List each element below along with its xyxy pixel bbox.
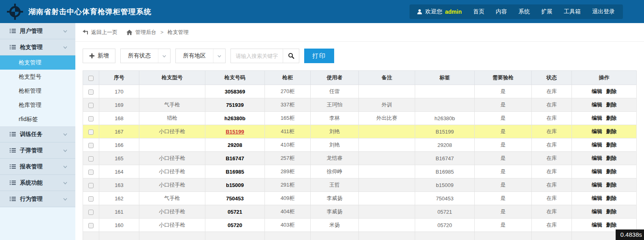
sidebar-group-label: 报表管理	[20, 163, 43, 170]
row-checkbox[interactable]	[88, 103, 94, 108]
search-input[interactable]	[231, 49, 283, 63]
select-all-checkbox[interactable]	[88, 76, 94, 81]
cell-model: 小口径手枪	[139, 165, 205, 178]
sidebar-item-cabinet[interactable]: 枪柜管理	[0, 84, 75, 98]
edit-link[interactable]: 编辑	[592, 128, 602, 134]
sidebar-item-gun-manage[interactable]: 枪支管理	[0, 55, 75, 70]
chevron-down-icon	[62, 45, 68, 50]
cell-no: 170	[99, 85, 139, 98]
sidebar-group-system[interactable]: 系统功能	[0, 175, 75, 191]
edit-link[interactable]: 编辑	[592, 168, 602, 174]
edit-link[interactable]: 编辑	[592, 222, 602, 228]
table-row: 161小口径手枪05721404柜李威扬05721是在库编辑 删除	[83, 205, 637, 219]
back-link[interactable]: 返回上一页	[83, 29, 117, 36]
cell-no: 169	[99, 98, 139, 112]
username[interactable]: admin	[445, 8, 462, 15]
cell-no: 167	[99, 125, 139, 138]
debug-time-badge: 0.4838s	[616, 229, 644, 240]
row-checkbox[interactable]	[88, 183, 94, 188]
row-checkbox[interactable]	[88, 143, 94, 148]
nav-item-content[interactable]: 内容	[490, 8, 513, 15]
chevron-down-icon	[62, 28, 68, 34]
edit-link[interactable]: 编辑	[592, 182, 602, 188]
table-row: 16629208410柜刘艳29208是在库编辑 删除	[83, 138, 637, 152]
nav-item-system[interactable]: 系统	[513, 8, 535, 15]
delete-link[interactable]: 删除	[606, 128, 616, 134]
return-arrow-icon	[83, 30, 88, 35]
edit-link[interactable]: 编辑	[592, 88, 602, 94]
cell-tag: 05720	[415, 219, 475, 232]
main-content: 返回上一页 管理后台 > 枪支管理 新增 所有状态	[75, 23, 644, 240]
edit-link[interactable]: 编辑	[592, 155, 602, 161]
delete-link[interactable]: 删除	[606, 182, 616, 188]
nav-item-toolbox[interactable]: 工具箱	[558, 8, 586, 15]
cell-remark	[359, 85, 415, 98]
col-需要验枪: 需要验枪	[475, 71, 532, 85]
table-row: 169气手枪751939337柜王珂怡外训是在库编辑 删除	[83, 98, 637, 112]
search-icon	[288, 53, 294, 59]
cell-status: 在库	[532, 219, 572, 232]
cell-ops: 编辑 删除	[572, 112, 637, 125]
sidebar-item-rfid[interactable]: rfid标签	[0, 112, 75, 126]
row-checkbox[interactable]	[88, 170, 94, 175]
delete-link[interactable]: 删除	[606, 102, 616, 108]
edit-link[interactable]: 编辑	[592, 142, 602, 148]
breadcrumb-current: 枪支管理	[168, 29, 189, 36]
cell-model	[139, 138, 205, 152]
delete-link[interactable]: 删除	[606, 88, 616, 94]
table-row: 163小口径手枪b15009291柜王哲b15009是在库编辑 删除	[83, 178, 637, 192]
cell-tag: B16985	[415, 165, 475, 178]
delete-link[interactable]: 删除	[606, 168, 616, 174]
edit-link[interactable]: 编辑	[592, 102, 602, 108]
nav-item-home[interactable]: 首页	[467, 8, 490, 15]
status-filter-dropdown[interactable]: 所有状态	[120, 49, 171, 63]
cell-status: 在库	[532, 138, 572, 152]
row-checkbox[interactable]	[88, 223, 94, 228]
sidebar-group-ammo[interactable]: 子弹管理	[0, 142, 75, 159]
print-button[interactable]: 打印	[304, 49, 334, 63]
row-checkbox[interactable]	[88, 116, 94, 121]
edit-link[interactable]: 编辑	[592, 208, 602, 215]
cell-status: 在库	[532, 205, 572, 219]
sidebar-group-report[interactable]: 报表管理	[0, 159, 75, 175]
breadcrumb-root[interactable]: 管理后台	[126, 29, 156, 36]
delete-link[interactable]: 删除	[606, 115, 616, 121]
row-checkbox[interactable]	[88, 89, 94, 95]
sidebar-group-training[interactable]: 训练任务	[0, 126, 75, 142]
delete-link[interactable]: 删除	[606, 222, 616, 228]
row-checkbox[interactable]	[88, 156, 94, 161]
cell-status: 在库	[532, 152, 572, 165]
nav-item-logout[interactable]: 退出登录	[586, 8, 616, 15]
cell-verify: 是	[475, 192, 532, 205]
sidebar-item-gun-model[interactable]: 枪支型号	[0, 70, 75, 84]
table-row: 160小口径手枪05720403柜米扬05720是在库编辑 删除	[83, 219, 637, 232]
sidebar-group-guns[interactable]: 枪支管理	[0, 39, 75, 55]
search-button[interactable]	[283, 49, 299, 63]
nav-item-extend[interactable]: 扩展	[535, 8, 558, 15]
cell-remark	[359, 165, 415, 178]
sidebar-group-users[interactable]: 用户管理	[0, 23, 75, 39]
region-filter-dropdown[interactable]: 所有地区	[175, 49, 226, 63]
add-button[interactable]: 新增	[83, 49, 115, 63]
edit-link[interactable]: 编辑	[592, 115, 602, 121]
cell-cabinet: 403柜	[265, 219, 311, 232]
cell-checkbox	[83, 152, 99, 165]
cell-no: 168	[99, 112, 139, 125]
edit-link[interactable]: 编辑	[592, 195, 602, 201]
sidebar-item-armory[interactable]: 枪库管理	[0, 98, 75, 112]
row-checkbox[interactable]	[88, 196, 94, 202]
delete-link[interactable]: 删除	[606, 208, 616, 215]
cell-user: 李林	[311, 112, 359, 125]
cell-cabinet: 257柜	[265, 152, 311, 165]
row-checkbox[interactable]	[88, 130, 94, 135]
sidebar-group-behavior[interactable]: 行为管理	[0, 191, 75, 207]
delete-link[interactable]: 删除	[606, 195, 616, 201]
delete-link[interactable]: 删除	[606, 155, 616, 161]
row-checkbox[interactable]	[88, 210, 94, 215]
sidebar: 用户管理 枪支管理 枪支管理 枪支型号 枪柜管理 枪库管理 rfid标签 训练任…	[0, 23, 75, 240]
gun-number-link[interactable]: B15199	[226, 129, 244, 135]
delete-link[interactable]: 删除	[606, 142, 616, 148]
cell-cabinet: 289柜	[265, 165, 311, 178]
table-row: 167小口径手枪B15199411柜刘艳B15199是在库编辑 删除	[83, 125, 637, 138]
sidebar-group-label: 子弹管理	[20, 147, 43, 154]
